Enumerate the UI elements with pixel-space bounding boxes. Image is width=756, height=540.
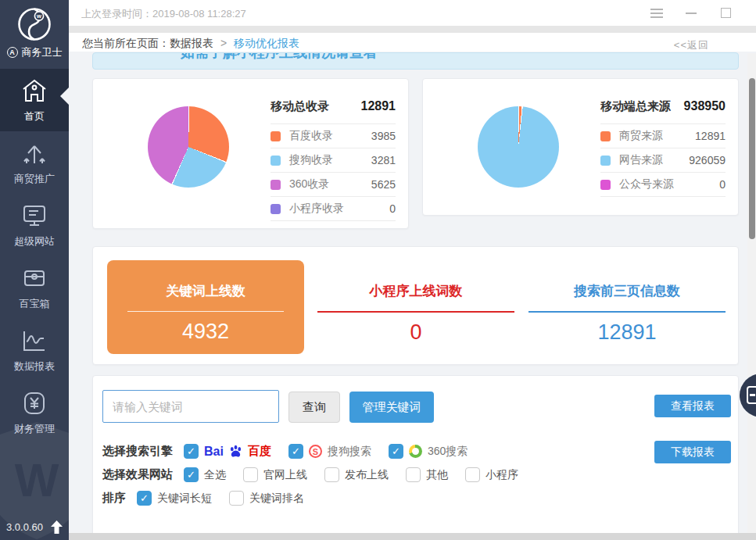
site-official: 官网上线 bbox=[243, 467, 307, 482]
legend-value: 3281 bbox=[371, 154, 396, 166]
back-link[interactable]: <<返回 bbox=[674, 38, 709, 52]
swatch-baidu bbox=[271, 131, 281, 141]
topbar-divider bbox=[69, 26, 756, 33]
sidebar-item-label: 百宝箱 bbox=[20, 297, 50, 311]
keyword-panel: 查询 管理关键词 查看报表 下载报表 选择搜索引擎 Bai 百度 S bbox=[92, 375, 739, 540]
sogou-checkbox[interactable] bbox=[288, 444, 303, 459]
logo-swirl-icon: w bbox=[16, 6, 52, 42]
legend-value: 0 bbox=[719, 178, 726, 191]
update-arrow-icon[interactable] bbox=[51, 520, 63, 534]
monitor-icon bbox=[20, 202, 48, 229]
site-publish-checkbox[interactable] bbox=[324, 467, 339, 482]
maximize-icon[interactable] bbox=[718, 6, 733, 20]
engine-filter-label: 选择搜索引擎 bbox=[102, 444, 173, 459]
baidu-paw-icon bbox=[229, 445, 242, 458]
sort-length: 关键词长短 bbox=[137, 491, 212, 506]
legend-value: 0 bbox=[389, 202, 396, 215]
stat-value: 0 bbox=[317, 320, 514, 345]
legend-row: 小程序收录 0 bbox=[271, 196, 396, 220]
svg-text:w: w bbox=[36, 13, 41, 20]
swatch-webad bbox=[600, 156, 611, 166]
scrollbar-thumb[interactable] bbox=[749, 78, 755, 239]
promotion-arrows-icon bbox=[20, 140, 48, 166]
site-filter-row: 选择效果网站 全选 官网上线 发布上线 其他 bbox=[102, 467, 536, 482]
site-other-checkbox[interactable] bbox=[406, 467, 421, 482]
legend-total: 938950 bbox=[684, 99, 726, 113]
title-bar: 上次登录时间：2019-08-08 11:28:27 × bbox=[69, 0, 756, 26]
legend-row: 360收录 5625 bbox=[271, 172, 396, 196]
legend-label: 商贸来源 bbox=[619, 129, 663, 143]
sources-pie-card: 移动端总来源 938950 商贸来源 12891 网告来源 926059 公众号… bbox=[422, 78, 739, 216]
window-controls: × bbox=[650, 0, 756, 26]
legend-label: 360收录 bbox=[289, 177, 329, 191]
legend-title: 移动总收录 bbox=[271, 99, 329, 114]
sidebar-item-label: 数据报表 bbox=[14, 359, 55, 374]
scrollbar-track[interactable] bbox=[747, 53, 756, 533]
360-checkbox[interactable] bbox=[389, 444, 403, 459]
legend-label: 百度收录 bbox=[289, 129, 333, 143]
engine-360: 360搜索 bbox=[389, 444, 468, 459]
yuan-icon bbox=[20, 390, 48, 417]
svg-text:W: W bbox=[15, 454, 59, 506]
sidebar-item-label: 首页 bbox=[24, 109, 45, 123]
legend-value: 926059 bbox=[689, 154, 726, 166]
sidebar-item-home[interactable]: 首页 bbox=[0, 69, 69, 131]
sogou-label: 搜狗搜索 bbox=[328, 445, 371, 459]
site-all-checkbox[interactable] bbox=[184, 467, 199, 482]
engine-filter-row: 选择搜索引擎 Bai 百度 S 搜狗搜索 bbox=[102, 444, 485, 459]
view-report-button[interactable]: 查看报表 bbox=[654, 395, 731, 417]
circle-a-icon: A bbox=[7, 47, 18, 58]
baidu-checkbox[interactable] bbox=[184, 444, 199, 459]
baidu-logo-cn: 百度 bbox=[248, 444, 271, 459]
sidebar-item-website[interactable]: 超级网站 bbox=[0, 194, 69, 256]
stats-card: 关键词上线数 4932 小程序上线词数 0 搜索前三页信息数 12891 bbox=[92, 246, 739, 365]
close-icon[interactable]: × bbox=[753, 6, 756, 20]
menu-icon[interactable] bbox=[650, 6, 664, 20]
site-miniprogram: 小程序 bbox=[465, 467, 518, 482]
legend-total: 12891 bbox=[361, 99, 396, 113]
breadcrumb-current[interactable]: 移动优化报表 bbox=[234, 37, 299, 49]
version-row: 3.0.0.60 bbox=[0, 520, 69, 534]
legend-row: 网告来源 926059 bbox=[600, 148, 726, 172]
query-button[interactable]: 查询 bbox=[288, 392, 340, 423]
minimize-icon[interactable] bbox=[684, 6, 698, 20]
swatch-business bbox=[600, 131, 611, 141]
breadcrumb: 您当前所在页面：数据报表 > 移动优化报表 bbox=[82, 37, 299, 51]
site-miniprogram-checkbox[interactable] bbox=[465, 467, 480, 482]
download-report-button[interactable]: 下载报表 bbox=[654, 441, 731, 463]
swatch-sogou bbox=[271, 156, 281, 166]
keyword-search-input[interactable] bbox=[102, 390, 279, 423]
sort-rank-checkbox[interactable] bbox=[229, 491, 244, 506]
swatch-miniprogram bbox=[271, 204, 281, 214]
sort-length-checkbox[interactable] bbox=[137, 491, 152, 506]
app-logo: w A 商务卫士 bbox=[0, 0, 69, 69]
stat-top3-info: 搜索前三页信息数 12891 bbox=[528, 260, 726, 345]
service-icon bbox=[747, 386, 756, 404]
stat-keywords-online: 关键词上线数 4932 bbox=[107, 260, 304, 354]
indexed-pie-card: 移动总收录 12891 百度收录 3985 搜狗收录 3281 360收录 56… bbox=[92, 78, 409, 229]
sidebar-nav: 首页 商贸推广 超级网站 百宝箱 bbox=[0, 69, 69, 444]
stat-label: 小程序上线词数 bbox=[317, 282, 514, 300]
legend-label: 搜狗收录 bbox=[289, 153, 333, 167]
main-content: 如需了解小程序上线情况请查看 移动总收录 12891 百度收录 3985 搜狗收… bbox=[69, 52, 748, 540]
sort-rank: 关键词排名 bbox=[229, 491, 304, 506]
breadcrumb-separator: > bbox=[220, 37, 227, 49]
engine-baidu: Bai 百度 bbox=[184, 444, 271, 459]
legend-label: 网告来源 bbox=[619, 153, 663, 167]
app-name: A 商务卫士 bbox=[7, 45, 63, 59]
active-notch bbox=[60, 88, 69, 105]
sources-legend: 移动端总来源 938950 商贸来源 12891 网告来源 926059 公众号… bbox=[600, 96, 726, 197]
last-login-text: 上次登录时间：2019-08-08 11:28:27 bbox=[81, 7, 246, 21]
site-publish: 发布上线 bbox=[324, 467, 389, 482]
site-official-checkbox[interactable] bbox=[243, 467, 258, 482]
window-bottom-edge bbox=[69, 533, 756, 540]
sidebar-item-toolbox[interactable]: 百宝箱 bbox=[0, 256, 69, 319]
engine-sogou: S 搜狗搜索 bbox=[288, 444, 371, 459]
legend-row: 商贸来源 12891 bbox=[600, 123, 726, 148]
sidebar-item-reports[interactable]: 数据报表 bbox=[0, 319, 69, 381]
stat-value: 4932 bbox=[107, 320, 304, 344]
sidebar-item-promotion[interactable]: 商贸推广 bbox=[0, 131, 69, 194]
manage-keywords-button[interactable]: 管理关键词 bbox=[349, 392, 434, 423]
indexed-pie-chart bbox=[148, 106, 229, 188]
legend-label: 小程序收录 bbox=[289, 202, 344, 216]
